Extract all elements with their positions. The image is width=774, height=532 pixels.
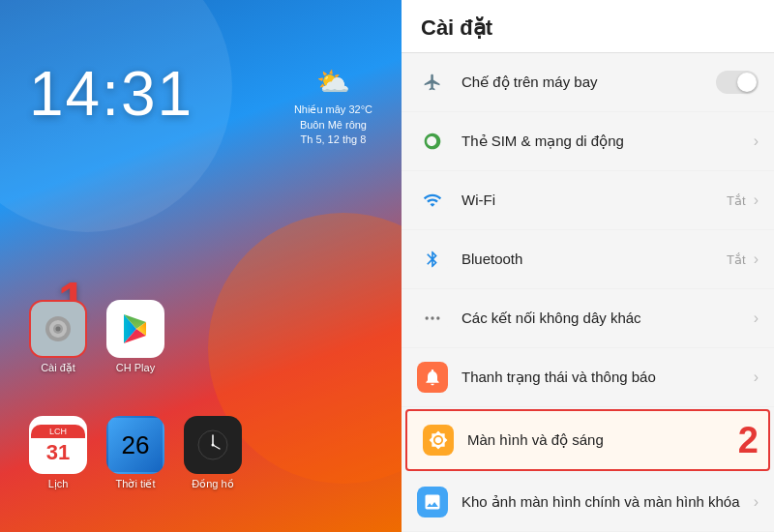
airplane-label: Chế độ trên máy bay bbox=[461, 73, 708, 92]
weather-location: Buôn Mê rông bbox=[294, 118, 372, 133]
svg-point-14 bbox=[436, 316, 439, 319]
settings-item-airplane[interactable]: Chế độ trên máy bay bbox=[402, 53, 774, 112]
display-icon bbox=[423, 425, 454, 456]
connections-icon bbox=[417, 303, 448, 334]
bluetooth-icon bbox=[417, 244, 448, 275]
airplane-text: Chế độ trên máy bay bbox=[461, 73, 708, 92]
bluetooth-action: Tắt bbox=[727, 252, 746, 267]
clock-icon bbox=[184, 416, 242, 474]
wallpaper-chevron: › bbox=[754, 493, 759, 511]
app-row-2: LCH 31 Lịch 26 Thời tiết Đồng hồ bbox=[29, 416, 242, 490]
weather-description: Nhiều mây 32°C bbox=[294, 103, 372, 117]
airplane-toggle[interactable] bbox=[716, 71, 759, 94]
app-calendar[interactable]: LCH 31 Lịch bbox=[29, 416, 87, 490]
app-chplay[interactable]: CH Play bbox=[106, 300, 164, 373]
settings-item-sim[interactable]: Thẻ SIM & mạng di động › bbox=[402, 112, 774, 171]
wifi-icon bbox=[417, 185, 448, 216]
display-label: Màn hình và độ sáng bbox=[467, 430, 740, 450]
chplay-label: CH Play bbox=[116, 362, 155, 373]
chplay-icon bbox=[106, 300, 164, 358]
wifi-text: Wi-Fi bbox=[461, 191, 719, 210]
connections-label: Các kết nối không dây khác bbox=[461, 309, 746, 328]
notifications-chevron: › bbox=[754, 369, 759, 386]
app-clock[interactable]: Đồng hồ bbox=[184, 416, 242, 490]
settings-label: Cài đặt bbox=[41, 362, 75, 374]
notifications-label: Thanh trạng thái và thông báo bbox=[461, 368, 746, 387]
clock-label: Đồng hồ bbox=[192, 478, 233, 490]
connections-text: Các kết nối không dây khác bbox=[461, 309, 746, 328]
settings-item-wifi[interactable]: Wi-Fi Tắt › bbox=[402, 171, 774, 230]
settings-item-connections[interactable]: Các kết nối không dây khác › bbox=[402, 289, 774, 348]
display-text: Màn hình và độ sáng bbox=[467, 430, 740, 450]
settings-item-bluetooth[interactable]: Bluetooth Tắt › bbox=[402, 230, 774, 289]
weather-icon: ⛅ bbox=[294, 63, 372, 101]
sim-text: Thẻ SIM & mạng di động bbox=[461, 132, 746, 151]
svg-point-12 bbox=[426, 316, 429, 319]
app-row-1: Cài đặt bbox=[29, 300, 164, 374]
settings-items-container: Chế độ trên máy bay Thẻ SIM & mạng di độ… bbox=[402, 53, 774, 532]
sim-chevron: › bbox=[754, 133, 759, 150]
bluetooth-chevron: › bbox=[754, 251, 759, 268]
svg-point-13 bbox=[431, 316, 433, 319]
app-settings[interactable]: Cài đặt bbox=[29, 300, 87, 374]
settings-item-notifications[interactable]: Thanh trạng thái và thông báo › bbox=[402, 348, 774, 407]
settings-item-display[interactable]: Màn hình và độ sáng › 2 bbox=[405, 409, 770, 471]
wallpaper-text: Kho ảnh màn hình chính và màn hình khóa bbox=[461, 492, 746, 512]
phone-screen: 14:31 ⛅ Nhiều mây 32°C Buôn Mê rông Th 5… bbox=[0, 0, 402, 532]
settings-title: Cài đặt bbox=[421, 15, 755, 41]
bluetooth-text: Bluetooth bbox=[461, 250, 719, 269]
settings-icon bbox=[29, 300, 87, 358]
sim-label: Thẻ SIM & mạng di động bbox=[461, 132, 746, 151]
connections-chevron: › bbox=[754, 310, 759, 327]
settings-item-wallpaper[interactable]: Kho ảnh màn hình chính và màn hình khóa … bbox=[402, 473, 774, 532]
weather-label: Thời tiết bbox=[116, 478, 156, 490]
wifi-chevron: › bbox=[754, 192, 759, 209]
display-chevron: › bbox=[748, 431, 753, 449]
time-display: 14:31 bbox=[29, 58, 194, 130]
weather-date: Th 5, 12 thg 8 bbox=[294, 133, 372, 147]
settings-header: Cài đặt bbox=[402, 0, 774, 53]
notifications-text: Thanh trạng thái và thông báo bbox=[461, 368, 746, 387]
wallpaper-label: Kho ảnh màn hình chính và màn hình khóa bbox=[461, 492, 746, 512]
sim-icon bbox=[417, 126, 448, 157]
settings-panel: Cài đặt Chế độ trên máy bay Thẻ SIM & mạ… bbox=[402, 0, 774, 532]
toggle-knob bbox=[737, 73, 757, 92]
notifications-icon bbox=[417, 362, 448, 393]
wifi-label: Wi-Fi bbox=[461, 191, 719, 210]
airplane-icon bbox=[417, 67, 448, 98]
wifi-action: Tắt bbox=[727, 193, 746, 208]
weather-widget: ⛅ Nhiều mây 32°C Buôn Mê rông Th 5, 12 t… bbox=[294, 63, 372, 147]
wallpaper-icon bbox=[417, 487, 448, 517]
calendar-label: Lịch bbox=[48, 478, 69, 490]
calendar-icon: LCH 31 bbox=[29, 416, 87, 474]
bluetooth-label: Bluetooth bbox=[461, 250, 719, 269]
app-weather[interactable]: 26 Thời tiết bbox=[106, 416, 164, 490]
weather-app-icon: 26 bbox=[106, 416, 164, 474]
svg-point-3 bbox=[56, 327, 61, 332]
